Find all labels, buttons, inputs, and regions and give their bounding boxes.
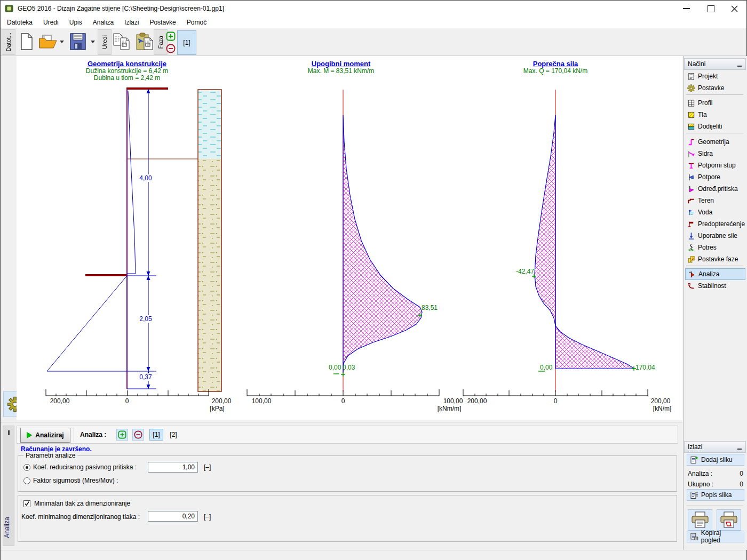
minimize-button[interactable]: [674, 1, 698, 17]
shear-axis-right-label: 200,00: [651, 397, 671, 405]
print-button[interactable]: [688, 509, 712, 531]
menu-analiza[interactable]: Analiza: [88, 17, 119, 28]
anchor-icon: [687, 150, 695, 158]
menu-postavke[interactable]: Postavke: [144, 17, 181, 28]
modes-header: Načini: [684, 58, 746, 70]
moment-axis-left-label: 100,00: [252, 397, 272, 405]
sidebar-item-stabilnost[interactable]: Stabilnost: [685, 280, 745, 292]
phase-add-button[interactable]: [165, 31, 176, 42]
sidebar-item-label: Određ.pritiska: [698, 185, 738, 193]
open-file-button[interactable]: [38, 29, 58, 54]
close-button[interactable]: [722, 1, 746, 17]
sidebar-item-label: Potporni stup: [698, 162, 736, 169]
copy-view-button[interactable]: Kopiraj pogled: [687, 531, 744, 542]
sidebar-item-odred-pritiska[interactable]: Određ.pritiska: [685, 183, 745, 195]
app-window: GEO5 2016 - Dizajn Zagatne stijene [C:\S…: [0, 0, 747, 560]
safety-factor-label: Faktor sigurnosti (Mres/Mov) :: [33, 477, 118, 484]
minus-icon: [134, 430, 142, 439]
phase-remove-button[interactable]: [165, 43, 176, 54]
shear-subtitle: Max. Q = 170,04 kN/m: [523, 67, 587, 75]
maximize-icon: [708, 5, 714, 12]
sidebar-item-analiza[interactable]: Analiza: [685, 268, 745, 280]
sidebar-item-label: Tla: [698, 111, 707, 118]
stage-settings-icon: 12: [687, 255, 695, 263]
sidebar-item-projekt[interactable]: Projekt: [685, 70, 745, 82]
passive-pressure-coefficient-input[interactable]: [148, 462, 198, 473]
add-picture-button[interactable]: Dodaj sliku: [687, 454, 744, 466]
printer-icon: [690, 511, 710, 529]
print-selection-button[interactable]: [717, 509, 741, 531]
menu-bar: Datoteka Uredi Upis Analiza Izlazi Posta…: [1, 17, 746, 28]
safety-factor-radio[interactable]: [23, 477, 30, 484]
chevron-down-icon: [91, 41, 95, 43]
analysis-label: Analiza :: [80, 426, 106, 443]
toolbar-separator: [74, 427, 74, 442]
pressure-icon: [687, 185, 695, 193]
phase-1-button[interactable]: [1]: [177, 30, 196, 55]
collapse-panel-button[interactable]: [737, 444, 742, 450]
analysis-toolbar-row: Analiziraj Analiza : [1] [2]: [17, 426, 678, 444]
sidebar-item-predopterecenje[interactable]: Predopterećenje: [685, 218, 745, 230]
menu-uredi[interactable]: Uredi: [38, 17, 64, 28]
sidebar-item-geometrija[interactable]: Geometrija: [685, 136, 745, 148]
sidebar-item-uporabne-sile[interactable]: Uporabne sile: [685, 230, 745, 242]
save-button[interactable]: [68, 29, 88, 54]
reduced-passive-pressure-radio[interactable]: [23, 464, 30, 471]
maximize-button[interactable]: [698, 1, 723, 17]
edit-group-tab[interactable]: Uredi: [98, 29, 112, 55]
sidebar-item-postavke[interactable]: Postavke: [685, 82, 745, 94]
water-icon: [687, 209, 695, 217]
minimum-pressure-checkbox[interactable]: [23, 500, 30, 507]
sidebar-item-label: Postavke: [698, 84, 724, 92]
menu-datoteka[interactable]: Datoteka: [2, 17, 38, 28]
sidebar-item-potporni-stup[interactable]: Potporni stup: [685, 159, 745, 171]
sidebar-item-potres[interactable]: Potres: [685, 242, 745, 253]
open-dropdown-arrow[interactable]: [58, 29, 66, 54]
shear-diagram-negative: [535, 115, 555, 326]
analysis-count-label: Analiza :: [688, 470, 712, 478]
sidebar-item-dodijeliti[interactable]: Dodijeliti: [685, 121, 745, 132]
sidebar-item-label: Postavke faze: [698, 255, 738, 263]
add-analysis-button[interactable]: [116, 429, 128, 441]
analysis-tab-2[interactable]: [2]: [166, 429, 180, 441]
save-dropdown-arrow[interactable]: [89, 29, 97, 54]
menu-izlazi[interactable]: Izlazi: [119, 17, 144, 28]
reduced-passive-pressure-label: Koef. reduciranog pasivnog pritiska :: [33, 463, 137, 471]
sidebar-item-tla[interactable]: Tla: [685, 109, 745, 121]
frame-collapse-grip[interactable]: [8, 430, 10, 435]
analysis-tab-1[interactable]: [1]: [149, 429, 163, 441]
copy-button[interactable]: [112, 29, 133, 54]
earthquake-icon: [687, 244, 695, 252]
sidebar-item-profil[interactable]: Profil: [685, 97, 745, 109]
wall-geometry: [47, 87, 168, 389]
minimum-coefficient-label: Koef. minimalnog dimenzijoniranog tlaka …: [21, 513, 140, 521]
sidebar-item-postavke-faze[interactable]: 12 Postavke faze: [685, 253, 745, 265]
shear-zero-label: 0,00: [540, 364, 552, 371]
file-group-tab[interactable]: Datot...: [2, 29, 15, 55]
moment-axis-unit: [kNm/m]: [438, 405, 462, 412]
printer-document-icon: [719, 511, 738, 529]
minimum-coefficient-input[interactable]: [148, 511, 198, 522]
picture-list-button[interactable]: Popis slika: [687, 489, 744, 501]
sidebar-item-label: Sidra: [698, 150, 713, 157]
new-file-icon: [19, 33, 34, 51]
sidebar-item-potpore[interactable]: Potpore: [685, 171, 745, 183]
copy-view-icon: [690, 532, 698, 541]
sidebar-item-teren[interactable]: Teren: [685, 195, 745, 206]
remove-analysis-button[interactable]: [132, 429, 144, 441]
total-count-value: 0: [740, 481, 743, 489]
sidebar-item-voda[interactable]: Voda: [685, 206, 745, 218]
moment-subtitle: Max. M = 83,51 kNm/m: [308, 67, 374, 75]
shear-axis-zero-label: 0: [554, 397, 558, 405]
analyze-button[interactable]: Analiziraj: [20, 428, 70, 443]
frame-side-strip: Analiza: [3, 426, 14, 546]
sidebar-item-sidra[interactable]: Sidra: [685, 148, 745, 159]
sidebar-divider: [686, 133, 743, 133]
menu-upis[interactable]: Upis: [64, 17, 88, 28]
frame-side-tab[interactable]: Analiza: [3, 509, 12, 546]
menu-pomoc[interactable]: Pomoč: [181, 17, 212, 28]
new-file-button[interactable]: [18, 29, 36, 54]
collapse-panel-button[interactable]: [737, 61, 742, 67]
picture-list-icon: [690, 491, 698, 499]
assign-icon: [687, 123, 695, 131]
